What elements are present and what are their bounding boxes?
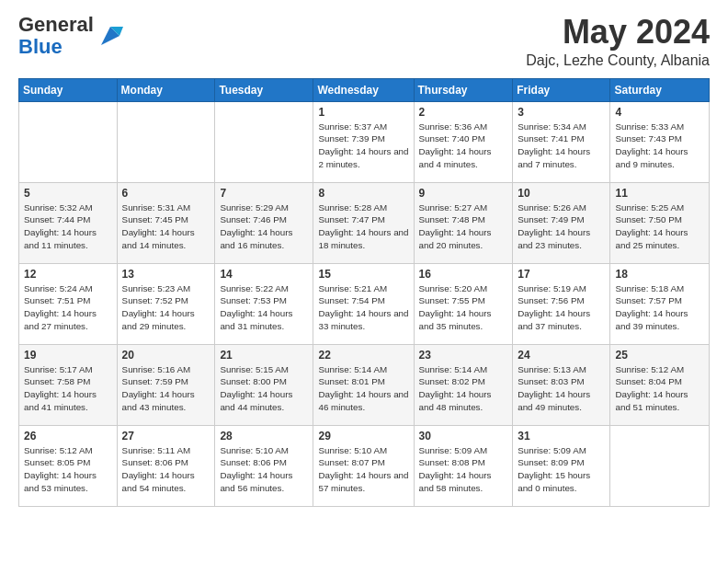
day-info: Sunrise: 5:10 AM Sunset: 8:06 PM Dayligh… [220,444,308,495]
day-number: 4 [615,106,704,119]
day-number: 25 [615,349,704,362]
calendar-cell: 23 Sunrise: 5:14 AM Sunset: 8:02 PM Dayl… [414,344,513,425]
calendar-cell: 17 Sunrise: 5:19 AM Sunset: 7:56 PM Dayl… [513,263,610,344]
calendar-cell: 19 Sunrise: 5:17 AM Sunset: 7:58 PM Dayl… [19,344,118,425]
calendar-cell: 28 Sunrise: 5:10 AM Sunset: 8:06 PM Dayl… [215,425,313,506]
day-info: Sunrise: 5:37 AM Sunset: 7:39 PM Dayligh… [318,121,408,171]
day-info: Sunrise: 5:28 AM Sunset: 7:47 PM Dayligh… [318,201,408,252]
day-number: 6 [122,187,210,200]
day-number: 23 [419,349,508,362]
calendar-cell: 4 Sunrise: 5:33 AM Sunset: 7:43 PM Dayli… [610,101,710,182]
day-number: 21 [220,349,308,362]
day-info: Sunrise: 5:34 AM Sunset: 7:41 PM Dayligh… [518,121,605,171]
logo: General Blue [18,14,123,58]
logo-general: General [18,13,94,36]
day-info: Sunrise: 5:20 AM Sunset: 7:55 PM Dayligh… [419,282,508,333]
day-info: Sunrise: 5:16 AM Sunset: 7:59 PM Dayligh… [122,363,210,414]
day-info: Sunrise: 5:36 AM Sunset: 7:40 PM Dayligh… [419,121,508,171]
day-number: 24 [518,349,605,362]
calendar-cell: 16 Sunrise: 5:20 AM Sunset: 7:55 PM Dayl… [414,263,513,344]
calendar-cell: 6 Sunrise: 5:31 AM Sunset: 7:45 PM Dayli… [117,182,215,263]
day-number: 27 [122,430,210,442]
day-number: 9 [419,187,508,200]
col-friday: Friday [513,78,610,101]
day-number: 10 [518,187,605,200]
logo-blue: Blue [18,35,63,58]
calendar-cell: 5 Sunrise: 5:32 AM Sunset: 7:44 PM Dayli… [19,182,118,263]
day-number: 31 [518,430,605,442]
day-info: Sunrise: 5:27 AM Sunset: 7:48 PM Dayligh… [419,201,508,252]
day-info: Sunrise: 5:09 AM Sunset: 8:09 PM Dayligh… [518,444,605,495]
day-number: 3 [518,106,605,119]
day-number: 17 [518,268,605,281]
col-sunday: Sunday [19,78,118,101]
calendar-cell: 18 Sunrise: 5:18 AM Sunset: 7:57 PM Dayl… [610,263,710,344]
day-number: 16 [419,268,508,281]
day-number: 14 [220,268,308,281]
calendar-cell: 27 Sunrise: 5:11 AM Sunset: 8:06 PM Dayl… [117,425,215,506]
calendar-cell: 24 Sunrise: 5:13 AM Sunset: 8:03 PM Dayl… [513,344,610,425]
logo-icon [97,23,123,49]
calendar-cell: 22 Sunrise: 5:14 AM Sunset: 8:01 PM Dayl… [313,344,414,425]
day-info: Sunrise: 5:29 AM Sunset: 7:46 PM Dayligh… [220,201,308,252]
calendar-cell: 29 Sunrise: 5:10 AM Sunset: 8:07 PM Dayl… [313,425,414,506]
day-number: 30 [419,430,508,442]
day-info: Sunrise: 5:25 AM Sunset: 7:50 PM Dayligh… [615,201,704,252]
calendar-cell: 31 Sunrise: 5:09 AM Sunset: 8:09 PM Dayl… [513,425,610,506]
col-tuesday: Tuesday [215,78,313,101]
day-number: 8 [318,187,408,200]
calendar-page: General Blue May 2024 Dajc, Lezhe County… [0,0,728,516]
calendar-cell: 30 Sunrise: 5:09 AM Sunset: 8:08 PM Dayl… [414,425,513,506]
col-wednesday: Wednesday [313,78,414,101]
day-info: Sunrise: 5:33 AM Sunset: 7:43 PM Dayligh… [615,121,704,171]
day-number: 7 [220,187,308,200]
col-thursday: Thursday [414,78,513,101]
day-number: 18 [615,268,704,281]
calendar-cell: 10 Sunrise: 5:26 AM Sunset: 7:49 PM Dayl… [513,182,610,263]
day-info: Sunrise: 5:24 AM Sunset: 7:51 PM Dayligh… [24,282,112,333]
day-info: Sunrise: 5:12 AM Sunset: 8:05 PM Dayligh… [24,444,112,495]
day-info: Sunrise: 5:21 AM Sunset: 7:54 PM Dayligh… [318,282,408,333]
day-info: Sunrise: 5:31 AM Sunset: 7:45 PM Dayligh… [122,201,210,252]
calendar-cell: 15 Sunrise: 5:21 AM Sunset: 7:54 PM Dayl… [313,263,414,344]
calendar-cell: 9 Sunrise: 5:27 AM Sunset: 7:48 PM Dayli… [414,182,513,263]
day-info: Sunrise: 5:19 AM Sunset: 7:56 PM Dayligh… [518,282,605,333]
day-info: Sunrise: 5:10 AM Sunset: 8:07 PM Dayligh… [318,444,408,495]
calendar-cell: 3 Sunrise: 5:34 AM Sunset: 7:41 PM Dayli… [513,101,610,182]
day-number: 5 [24,187,112,200]
day-number: 28 [220,430,308,442]
calendar-cell [117,101,215,182]
day-info: Sunrise: 5:11 AM Sunset: 8:06 PM Dayligh… [122,444,210,495]
logo-text: General Blue [18,14,94,58]
calendar-cell [19,101,118,182]
calendar-cell: 13 Sunrise: 5:23 AM Sunset: 7:52 PM Dayl… [117,263,215,344]
day-info: Sunrise: 5:15 AM Sunset: 8:00 PM Dayligh… [220,363,308,414]
day-number: 19 [24,349,112,362]
calendar-cell: 11 Sunrise: 5:25 AM Sunset: 7:50 PM Dayl… [610,182,710,263]
calendar-cell: 12 Sunrise: 5:24 AM Sunset: 7:51 PM Dayl… [19,263,118,344]
day-number: 11 [615,187,704,200]
title-block: May 2024 Dajc, Lezhe County, Albania [526,14,710,69]
day-number: 13 [122,268,210,281]
day-info: Sunrise: 5:17 AM Sunset: 7:58 PM Dayligh… [24,363,112,414]
day-number: 2 [419,106,508,119]
day-info: Sunrise: 5:14 AM Sunset: 8:01 PM Dayligh… [318,363,408,414]
day-info: Sunrise: 5:22 AM Sunset: 7:53 PM Dayligh… [220,282,308,333]
day-info: Sunrise: 5:23 AM Sunset: 7:52 PM Dayligh… [122,282,210,333]
day-number: 15 [318,268,408,281]
day-info: Sunrise: 5:13 AM Sunset: 8:03 PM Dayligh… [518,363,605,414]
day-info: Sunrise: 5:32 AM Sunset: 7:44 PM Dayligh… [24,201,112,252]
calendar-cell: 21 Sunrise: 5:15 AM Sunset: 8:00 PM Dayl… [215,344,313,425]
calendar-cell [215,101,313,182]
month-title: May 2024 [526,14,710,51]
calendar-cell [610,425,710,506]
calendar-header-row: Sunday Monday Tuesday Wednesday Thursday… [19,78,710,101]
calendar-cell: 14 Sunrise: 5:22 AM Sunset: 7:53 PM Dayl… [215,263,313,344]
page-header: General Blue May 2024 Dajc, Lezhe County… [18,14,710,69]
calendar-cell: 8 Sunrise: 5:28 AM Sunset: 7:47 PM Dayli… [313,182,414,263]
day-number: 12 [24,268,112,281]
day-info: Sunrise: 5:09 AM Sunset: 8:08 PM Dayligh… [419,444,508,495]
day-number: 20 [122,349,210,362]
day-number: 1 [318,106,408,119]
calendar-cell: 7 Sunrise: 5:29 AM Sunset: 7:46 PM Dayli… [215,182,313,263]
